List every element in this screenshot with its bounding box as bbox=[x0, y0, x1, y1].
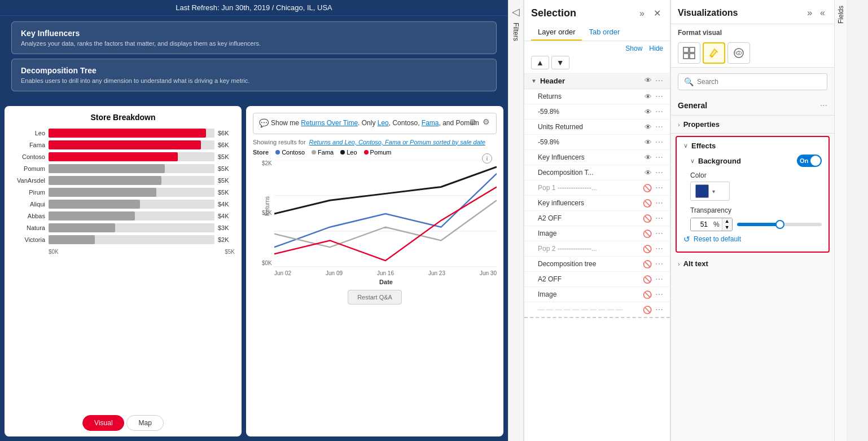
layer-icons: 🚫 ⋯ bbox=[643, 305, 663, 314]
show-button[interactable]: Show bbox=[625, 45, 642, 52]
dots-icon[interactable]: ⋯ bbox=[655, 214, 663, 223]
bar-label: VanArsdel bbox=[11, 177, 45, 184]
list-item[interactable]: A2 OFF 🚫 ⋯ bbox=[524, 211, 670, 226]
transparency-spin-up[interactable]: ▲ bbox=[722, 218, 732, 224]
group-eye-icon[interactable]: 👁 bbox=[645, 76, 652, 85]
dots-icon[interactable]: ⋯ bbox=[655, 229, 663, 238]
bar-container bbox=[49, 235, 214, 244]
eye-hidden-icon[interactable]: 🚫 bbox=[643, 230, 652, 238]
layer-name: -59.8% bbox=[538, 138, 645, 146]
bar-fill bbox=[49, 188, 156, 197]
dots-icon[interactable]: ⋯ bbox=[655, 92, 663, 101]
dots-icon[interactable]: ⋯ bbox=[655, 275, 663, 284]
layer-icons: 🚫 ⋯ bbox=[643, 290, 663, 299]
viz-type-grid-icon[interactable] bbox=[678, 42, 700, 64]
viz-type-paint-icon[interactable] bbox=[703, 42, 725, 64]
layer-name: Decomposition tree bbox=[538, 260, 643, 268]
eye-icon[interactable]: 👁 bbox=[645, 138, 652, 147]
list-item[interactable]: Returns 👁 ⋯ bbox=[524, 89, 670, 104]
bar-value: $3K bbox=[218, 224, 235, 231]
tab-tab-order[interactable]: Tab order bbox=[582, 24, 626, 41]
decomposition-tree-option[interactable]: Decomposition Tree Enables users to dril… bbox=[11, 59, 497, 91]
hide-button[interactable]: Hide bbox=[649, 45, 663, 52]
list-item[interactable]: Pop 2 ---------------... 🚫 ⋯ bbox=[524, 241, 670, 257]
dots-icon[interactable]: ⋯ bbox=[655, 122, 663, 131]
eye-hidden-icon[interactable]: 🚫 bbox=[643, 214, 652, 223]
x-ticks: Jun 02 Jun 09 Jun 16 Jun 23 Jun 30 bbox=[274, 270, 497, 276]
dots-icon[interactable]: ⋯ bbox=[655, 290, 663, 299]
background-label-row: ∨ Background bbox=[690, 157, 741, 165]
eye-hidden-icon[interactable]: 🚫 bbox=[643, 245, 652, 253]
charts-area: Store Breakdown Leo $6K Fama $6K Contoso… bbox=[0, 102, 508, 441]
eye-icon[interactable]: 👁 bbox=[645, 108, 652, 116]
visual-tab[interactable]: Visual bbox=[82, 415, 124, 431]
dots-icon[interactable]: ⋯ bbox=[655, 305, 663, 314]
dots-icon[interactable]: ⋯ bbox=[655, 244, 663, 253]
general-header[interactable]: General ··· bbox=[678, 100, 827, 111]
eye-icon[interactable]: 👁 bbox=[645, 92, 652, 101]
filters-tab[interactable]: ◁ Filters bbox=[508, 0, 524, 441]
properties-section[interactable]: › Properties bbox=[671, 116, 834, 134]
fields-tab[interactable]: Fields bbox=[834, 0, 847, 441]
eye-icon[interactable]: 👁 bbox=[645, 169, 652, 177]
list-item[interactable]: -59.8% 👁 ⋯ bbox=[524, 135, 670, 150]
group-dots-icon[interactable]: ⋯ bbox=[655, 76, 663, 85]
general-dots-icon[interactable]: ··· bbox=[820, 100, 827, 111]
list-item[interactable]: -59.8% 👁 ⋯ bbox=[524, 104, 670, 120]
list-item[interactable]: Image 🚫 ⋯ bbox=[524, 287, 670, 302]
results-link[interactable]: Returns and Leo, Contoso, Fama or Pomum … bbox=[309, 139, 485, 145]
list-item[interactable]: Pop 1 ---------------... 🚫 ⋯ bbox=[524, 180, 670, 196]
x-axis-label: Date bbox=[275, 279, 497, 285]
properties-header: › Properties bbox=[678, 120, 827, 129]
search-input[interactable] bbox=[697, 78, 821, 86]
eye-hidden-icon[interactable]: 🚫 bbox=[643, 260, 652, 268]
selection-title: Selection bbox=[531, 7, 576, 19]
dots-icon[interactable]: ⋯ bbox=[655, 183, 663, 192]
settings-icon[interactable]: ⚙ bbox=[483, 117, 493, 127]
eye-hidden-icon[interactable]: 🚫 bbox=[643, 290, 652, 299]
reset-to-default-button[interactable]: ↺ Reset to default bbox=[683, 231, 741, 247]
list-item[interactable]: Decomposition tree 🚫 ⋯ bbox=[524, 257, 670, 272]
selection-expand-icon[interactable]: » bbox=[637, 7, 647, 20]
eye-hidden-icon[interactable]: 🚫 bbox=[643, 184, 652, 192]
bar-container bbox=[49, 211, 214, 220]
list-item[interactable]: Decomposition T... 👁 ⋯ bbox=[524, 165, 670, 180]
tab-layer-order[interactable]: Layer order bbox=[531, 24, 582, 41]
dots-icon[interactable]: ⋯ bbox=[655, 259, 663, 268]
restart-qa-button[interactable]: Restart Q&A bbox=[348, 290, 402, 305]
viz-expand-icon[interactable]: » bbox=[805, 7, 814, 19]
move-down-button[interactable]: ▼ bbox=[551, 56, 569, 69]
background-toggle[interactable]: On bbox=[797, 155, 822, 167]
viz-collapse-icon[interactable]: « bbox=[818, 7, 827, 19]
dots-icon[interactable]: ⋯ bbox=[655, 168, 663, 177]
copy-icon[interactable]: ⧉ bbox=[470, 117, 480, 127]
eye-hidden-icon[interactable]: 🚫 bbox=[643, 306, 652, 314]
list-item[interactable]: Units Returned 👁 ⋯ bbox=[524, 120, 670, 135]
move-up-button[interactable]: ▲ bbox=[531, 56, 549, 69]
dots-icon[interactable]: ⋯ bbox=[655, 138, 663, 147]
list-item[interactable]: Image 🚫 ⋯ bbox=[524, 226, 670, 241]
eye-hidden-icon[interactable]: 🚫 bbox=[643, 275, 652, 284]
transparency-slider[interactable] bbox=[737, 223, 822, 226]
group-icons: 👁 ⋯ bbox=[645, 76, 663, 85]
dots-icon[interactable]: ⋯ bbox=[655, 107, 663, 116]
selection-close-icon[interactable]: ✕ bbox=[651, 7, 663, 20]
dots-icon[interactable]: ⋯ bbox=[655, 199, 663, 208]
list-item[interactable]: Key influencers 🚫 ⋯ bbox=[524, 196, 670, 211]
layer-group-header[interactable]: ▼ Header 👁 ⋯ bbox=[524, 73, 670, 89]
transparency-spin-down[interactable]: ▼ bbox=[722, 224, 732, 231]
viz-type-hand-icon[interactable] bbox=[727, 42, 750, 64]
eye-hidden-icon[interactable]: 🚫 bbox=[643, 199, 652, 208]
map-tab[interactable]: Map bbox=[127, 415, 164, 431]
list-item[interactable]: Key Influencers 👁 ⋯ bbox=[524, 150, 670, 165]
eye-icon[interactable]: 👁 bbox=[645, 123, 652, 131]
dots-icon[interactable]: ⋯ bbox=[655, 153, 663, 162]
key-influencers-option[interactable]: Key Influencers Analyzes your data, rank… bbox=[11, 21, 497, 54]
list-item[interactable]: A2 OFF 🚫 ⋯ bbox=[524, 272, 670, 287]
color-picker-button[interactable]: ▾ bbox=[690, 182, 730, 201]
eye-icon[interactable]: 👁 bbox=[645, 153, 652, 162]
qa-input-box[interactable]: 💬 Show me Returns Over Time. Only Leo, C… bbox=[253, 113, 497, 134]
transparency-value-input[interactable]: 51 bbox=[691, 218, 711, 231]
alt-text-section[interactable]: › Alt text bbox=[671, 255, 834, 272]
effects-header[interactable]: ∨ Effects bbox=[683, 142, 822, 150]
